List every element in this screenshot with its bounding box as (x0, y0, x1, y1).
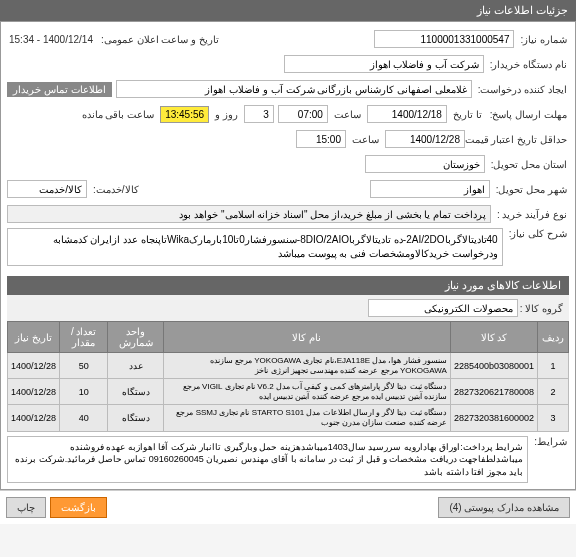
page-header: جزئیات اطلاعات نیاز (0, 0, 576, 21)
footer-bar: مشاهده مدارک پیوستی (4) بازگشت چاپ (0, 490, 576, 524)
need-number-value: 1100001331000547 (374, 30, 514, 48)
cell-code: 2827320621780008 (450, 379, 537, 405)
cell-qty: 40 (60, 405, 108, 431)
service-value: کالا/خدمت (7, 180, 87, 198)
province-label: استان محل تحویل: (489, 159, 569, 170)
remaining-time: 13:45:56 (160, 106, 209, 123)
desc-value: 40تادیتالاگربا2AI/2DO-ده تادیتالاگربا8DI… (7, 228, 503, 266)
desc-label: شرح کلی نیاز: (507, 228, 569, 239)
send-deadline-time-label: ساعت (332, 109, 363, 120)
cell-idx: 3 (538, 405, 569, 431)
cell-idx: 2 (538, 379, 569, 405)
cell-code: 2285400b03080001 (450, 353, 537, 379)
th-qty: تعداد / مقدار (60, 322, 108, 353)
cell-qty: 10 (60, 379, 108, 405)
creator-label: ایجاد کننده درخواست: (476, 84, 569, 95)
print-button[interactable]: چاپ (6, 497, 46, 518)
service-label: کالا/خدمت: (91, 184, 141, 195)
announce-value: 1400/12/14 - 15:34 (7, 34, 95, 45)
send-deadline-time: 07:00 (278, 105, 328, 123)
creator-value: غلامعلی اصفهانی کارشناس بازرگانی شرکت آب… (116, 80, 472, 98)
city-label: شهر محل تحویل: (494, 184, 569, 195)
announce-label: تاریخ و ساعت اعلان عمومی: (99, 34, 221, 45)
th-unit: واحد شمارش (108, 322, 163, 353)
cell-idx: 1 (538, 353, 569, 379)
cell-name: دستگاه ثبت دیتا لاگر پارامترهای کمی و کی… (163, 379, 450, 405)
validity-time-label: ساعت (350, 134, 381, 145)
group-label: گروه کالا : (518, 303, 565, 314)
validity-time: 15:00 (296, 130, 346, 148)
table-row: 1 2285400b03080001 سنسور فشار هوا، مدل E… (8, 353, 569, 379)
attachments-button[interactable]: مشاهده مدارک پیوستی (4) (438, 497, 570, 518)
days-label: روز و (213, 109, 240, 120)
group-value: محصولات الکترونیکی (368, 299, 518, 317)
province-value: خوزستان (365, 155, 485, 173)
city-value: اهواز (370, 180, 490, 198)
cell-date: 1400/12/28 (8, 379, 60, 405)
items-header: اطلاعات کالاهای مورد نیاز (7, 276, 569, 295)
cell-name: سنسور فشار هوا، مدل EJA118E،نام تجاری YO… (163, 353, 450, 379)
cell-unit: عدد (108, 353, 163, 379)
th-idx: ردیف (538, 322, 569, 353)
items-table: ردیف کد کالا نام کالا واحد شمارش تعداد /… (7, 321, 569, 432)
conditions-label: شرایط: (532, 436, 569, 447)
cell-date: 1400/12/28 (8, 353, 60, 379)
send-deadline-date: 1400/12/18 (367, 105, 447, 123)
cell-unit: دستگاه (108, 405, 163, 431)
back-button[interactable]: بازگشت (50, 497, 107, 518)
buyer-value: شرکت آب و فاضلاب اهواز (284, 55, 484, 73)
process-value: پرداخت تمام یا بخشی از مبلغ خرید،از محل … (7, 205, 491, 223)
cell-unit: دستگاه (108, 379, 163, 405)
form-container: شماره نیاز: 1100001331000547 تاریخ و ساع… (0, 21, 576, 490)
table-row: 3 2827320381600002 دستگاه ثبت دیتا لاگر … (8, 405, 569, 431)
conditions-value: شرایط پرداخت:اوراق بهادارویه سررسید سال1… (7, 436, 528, 484)
need-number-label: شماره نیاز: (518, 34, 569, 45)
th-name: نام کالا (163, 322, 450, 353)
contact-button[interactable]: اطلاعات تماس خریدار (7, 82, 112, 97)
validity-label: حداقل تاریخ اعتبار قیمت تا تاریخ: (469, 134, 569, 145)
th-date: تاریخ نیاز (8, 322, 60, 353)
send-deadline-date-label: تا تاریخ (451, 109, 484, 120)
th-code: کد کالا (450, 322, 537, 353)
process-label: نوع فرآیند خرید : (495, 209, 569, 220)
cell-code: 2827320381600002 (450, 405, 537, 431)
table-row: 2 2827320621780008 دستگاه ثبت دیتا لاگر … (8, 379, 569, 405)
send-deadline-label: مهلت ارسال پاسخ: (488, 109, 569, 120)
validity-date: 1400/12/28 (385, 130, 465, 148)
cell-date: 1400/12/28 (8, 405, 60, 431)
cell-qty: 50 (60, 353, 108, 379)
remaining-label: ساعت باقی مانده (80, 109, 157, 120)
buyer-label: نام دستگاه خریدار: (488, 59, 569, 70)
days-value: 3 (244, 105, 274, 123)
cell-name: دستگاه ثبت دیتا لاگر و ارسال اطلاعات مدل… (163, 405, 450, 431)
